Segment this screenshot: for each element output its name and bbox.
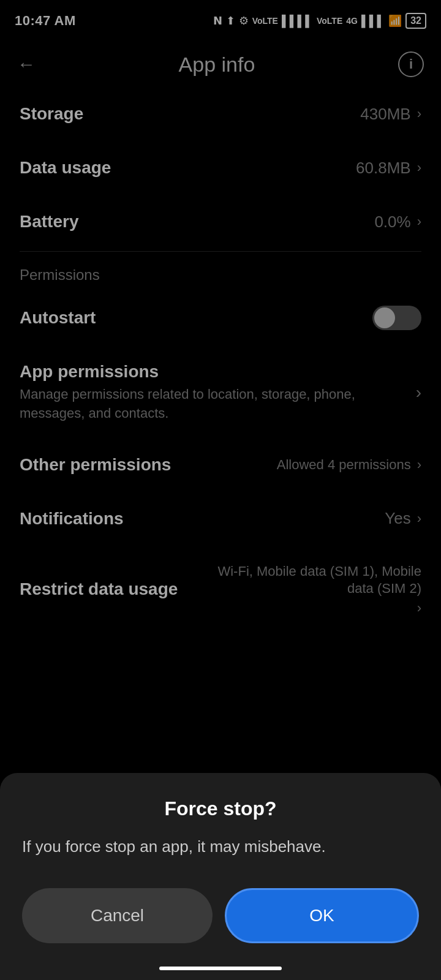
- home-bar: [159, 967, 282, 970]
- dialog-message: If you force stop an app, it may misbeha…: [22, 835, 419, 859]
- dialog-buttons: Cancel OK: [22, 888, 419, 943]
- dim-overlay: [0, 0, 441, 698]
- cancel-button[interactable]: Cancel: [22, 888, 213, 943]
- force-stop-dialog: Force stop? If you force stop an app, it…: [0, 773, 441, 980]
- dialog-title: Force stop?: [22, 797, 419, 820]
- ok-button[interactable]: OK: [225, 888, 419, 943]
